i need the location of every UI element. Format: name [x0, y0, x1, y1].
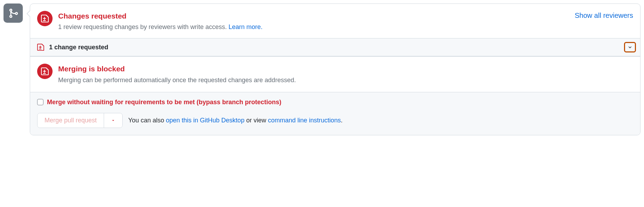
merge-status-box: Show all reviewers Changes requested 1 r…: [30, 3, 640, 135]
command-line-instructions-link[interactable]: command line instructions: [268, 117, 341, 124]
changes-requested-section: Changes requested 1 review requesting ch…: [30, 4, 640, 38]
open-github-desktop-link[interactable]: open this in GitHub Desktop: [166, 117, 245, 124]
hint-prefix: You can also: [128, 117, 166, 124]
status-icon-changes: [37, 11, 53, 26]
merging-blocked-subtitle: Merging can be performed automatically o…: [58, 76, 633, 85]
merge-dropdown-button[interactable]: [104, 113, 122, 128]
merging-blocked-title: Merging is blocked: [58, 64, 633, 74]
changes-requested-title: Changes requested: [58, 11, 633, 21]
merge-hint-text: You can also open this in GitHub Desktop…: [128, 117, 343, 124]
timeline-badge: [4, 3, 23, 23]
merging-blocked-section: Merging is blocked Merging can be perfor…: [30, 57, 640, 92]
file-diff-icon: [41, 15, 49, 22]
git-merge-icon: [8, 8, 19, 19]
merge-footer: Merge without waiting for requirements t…: [30, 92, 640, 135]
hint-suffix: .: [341, 117, 343, 124]
change-requested-row: 1 change requested: [30, 38, 640, 57]
chevron-down-icon: [627, 44, 633, 50]
show-all-reviewers-link[interactable]: Show all reviewers: [575, 12, 633, 20]
learn-more-link[interactable]: Learn more.: [228, 23, 262, 30]
file-diff-icon: [41, 67, 49, 75]
merge-button-group: Merge pull request: [37, 113, 123, 128]
hint-middle: or view: [245, 117, 268, 124]
merge-pull-request-button[interactable]: Merge pull request: [37, 113, 104, 128]
file-diff-icon: [37, 43, 44, 51]
change-count-text: 1 change requested: [49, 44, 108, 51]
changes-requested-subtitle: 1 review requesting changes by reviewers…: [58, 22, 633, 32]
triangle-down-icon: [111, 118, 115, 122]
bypass-label[interactable]: Merge without waiting for requirements t…: [47, 99, 281, 106]
status-icon-blocked: [37, 64, 53, 79]
expand-reviewers-button[interactable]: [624, 42, 636, 52]
bypass-checkbox[interactable]: [37, 99, 43, 105]
subtitle-text: 1 review requesting changes by reviewers…: [58, 23, 228, 30]
